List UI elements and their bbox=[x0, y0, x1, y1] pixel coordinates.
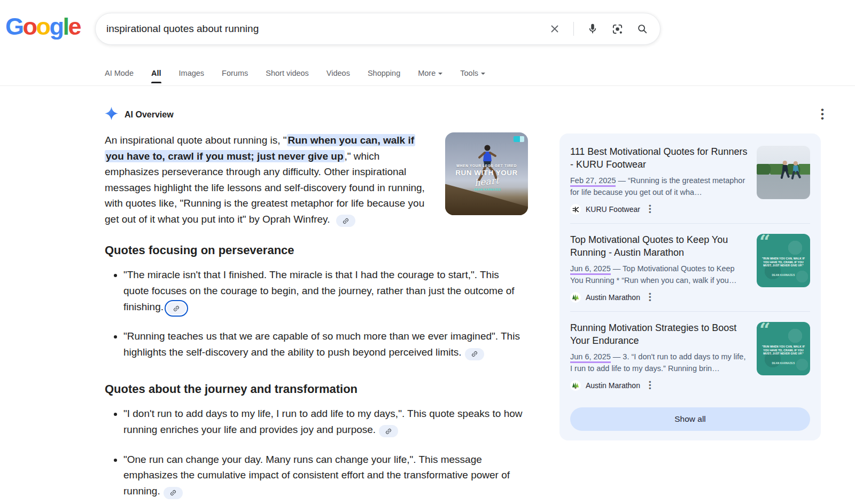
runners-graphic bbox=[779, 160, 803, 185]
card-snippet: Feb 27, 2025 — “Running is the greatest … bbox=[570, 175, 749, 198]
ai-overview-paragraph: An inspirational quote about running is,… bbox=[105, 132, 433, 227]
source-card-austin-1[interactable]: Top Motivational Quotes to Keep You Runn… bbox=[570, 223, 810, 311]
card-thumbnail-quote-graphic[interactable]: “ "RUN WHEN YOU CAN, WALK IF YOU HAVE TO… bbox=[757, 234, 810, 287]
search-bar-divider bbox=[573, 22, 574, 36]
bullet-text: "I don't run to add days to my life, I r… bbox=[123, 408, 523, 435]
section-heading-perseverance: Quotes focusing on perseverance bbox=[105, 243, 294, 257]
section-heading-journey: Quotes about the journey and transformat… bbox=[105, 382, 357, 396]
card-snippet: Jun 6, 2025 — 3. “I don't run to add day… bbox=[570, 351, 749, 374]
search-input[interactable] bbox=[106, 23, 549, 35]
card-thumbnail-quote-graphic[interactable]: “ "RUN WHEN YOU CAN, WALK IF YOU HAVE TO… bbox=[757, 322, 810, 375]
logo-letter: G bbox=[5, 13, 23, 40]
tab-ai-mode[interactable]: AI Mode bbox=[105, 69, 134, 77]
logo-letter: l bbox=[63, 13, 68, 40]
quote-thumb-author: DEAN KARNAZES bbox=[757, 361, 810, 365]
card-date: Jun 6, 2025 bbox=[570, 264, 611, 275]
list-item: "I don't run to add days to my life, I r… bbox=[123, 406, 523, 438]
tab-videos[interactable]: Videos bbox=[327, 69, 350, 77]
citation-link-chip[interactable] bbox=[164, 487, 183, 499]
tab-all[interactable]: All bbox=[151, 69, 161, 77]
card-overflow-icon[interactable]: ••• bbox=[649, 381, 651, 390]
ai-overview-overflow-icon[interactable]: ••• bbox=[821, 108, 824, 121]
hero-overlay-text: WHEN YOUR LEGS GET TIRED RUN WITH YOUR h… bbox=[445, 164, 528, 191]
list-item: "Running teaches us that we are capable … bbox=[123, 328, 523, 360]
card-title[interactable]: 111 Best Motivational Quotes for Runners… bbox=[570, 146, 749, 171]
tab-forums[interactable]: Forums bbox=[222, 69, 248, 77]
citation-link-chip[interactable] bbox=[379, 425, 398, 437]
results-nav: AI Mode All Images Forums Short videos V… bbox=[105, 64, 485, 82]
list-item: "The miracle isn't that I finished. The … bbox=[123, 267, 523, 314]
ai-overview-hero-image[interactable]: WHEN YOUR LEGS GET TIRED RUN WITH YOUR h… bbox=[445, 132, 528, 215]
logo-letter: g bbox=[50, 13, 63, 40]
logo-letter: o bbox=[36, 13, 50, 40]
source-name: KURU Footwear bbox=[586, 205, 640, 214]
ai-overview-title: AI Overview bbox=[125, 110, 174, 120]
ai-overview-header: AI Overview bbox=[105, 107, 174, 122]
kuru-favicon-icon bbox=[570, 204, 581, 215]
logo-letter: o bbox=[23, 13, 36, 40]
tab-more[interactable]: More bbox=[418, 69, 442, 77]
list-item: "One run can change your day. Many runs … bbox=[123, 452, 523, 499]
card-title[interactable]: Running Motivation Strategies to Boost Y… bbox=[570, 322, 749, 347]
lens-icon[interactable] bbox=[611, 23, 624, 35]
austin-marathon-favicon-icon bbox=[570, 380, 581, 391]
journey-list: "I don't run to add days to my life, I r… bbox=[105, 406, 523, 504]
card-title[interactable]: Top Motivational Quotes to Keep You Runn… bbox=[570, 234, 749, 259]
tab-images[interactable]: Images bbox=[179, 69, 205, 77]
citation-link-chip[interactable] bbox=[465, 348, 484, 360]
citation-link-chip[interactable] bbox=[336, 215, 355, 227]
chevron-down-icon bbox=[481, 73, 485, 75]
quote-thumb-text: "RUN WHEN YOU CAN, WALK IF YOU HAVE TO, … bbox=[757, 257, 810, 267]
source-name: Austin Marathon bbox=[586, 293, 640, 302]
quote-thumb-text: "RUN WHEN YOU CAN, WALK IF YOU HAVE TO, … bbox=[757, 345, 810, 356]
source-card-kuru[interactable]: 111 Best Motivational Quotes for Runners… bbox=[570, 136, 810, 223]
citation-link-chip-focused[interactable] bbox=[167, 302, 186, 314]
image-source-badge bbox=[514, 136, 524, 142]
bullet-text: "Running teaches us that we are capable … bbox=[123, 330, 520, 358]
mic-icon[interactable] bbox=[587, 23, 598, 35]
quote-mark-graphic: “ bbox=[759, 234, 769, 253]
quote-thumb-author: DEAN KARNAZES bbox=[757, 273, 810, 277]
card-date: Feb 27, 2025 bbox=[570, 176, 616, 187]
tab-tools[interactable]: Tools bbox=[460, 69, 485, 77]
search-icon[interactable] bbox=[636, 23, 648, 35]
quote-mark-graphic: “ bbox=[759, 322, 769, 341]
austin-marathon-favicon-icon bbox=[570, 292, 581, 303]
card-snippet: Jun 6, 2025 — Top Motivational Quotes to… bbox=[570, 263, 749, 286]
sources-panel: 111 Best Motivational Quotes for Runners… bbox=[559, 133, 821, 440]
clear-icon[interactable] bbox=[549, 23, 561, 35]
card-thumbnail-runners-photo[interactable] bbox=[757, 146, 810, 199]
ai-overview-summary-row: An inspirational quote about running is,… bbox=[105, 132, 528, 227]
card-overflow-icon[interactable]: ••• bbox=[649, 293, 651, 302]
show-all-button[interactable]: Show all bbox=[570, 407, 810, 431]
source-name: Austin Marathon bbox=[586, 381, 640, 390]
google-logo[interactable]: Google bbox=[5, 13, 80, 41]
chevron-down-icon bbox=[438, 73, 442, 75]
google-search-results-page: Google AI Mode All bbox=[0, 0, 855, 504]
card-date: Jun 6, 2025 bbox=[570, 352, 611, 363]
card-overflow-icon[interactable]: ••• bbox=[649, 204, 651, 214]
perseverance-list: "The miracle isn't that I finished. The … bbox=[105, 267, 523, 374]
tab-shopping[interactable]: Shopping bbox=[368, 69, 400, 77]
paragraph-text: An inspirational quote about running is,… bbox=[105, 135, 287, 146]
tab-short-videos[interactable]: Short videos bbox=[266, 69, 309, 77]
nav-divider bbox=[0, 85, 855, 86]
search-bar[interactable] bbox=[95, 13, 660, 45]
source-card-austin-2[interactable]: Running Motivation Strategies to Boost Y… bbox=[570, 311, 810, 399]
logo-letter: e bbox=[68, 13, 81, 40]
ai-sparkle-icon bbox=[105, 107, 118, 122]
